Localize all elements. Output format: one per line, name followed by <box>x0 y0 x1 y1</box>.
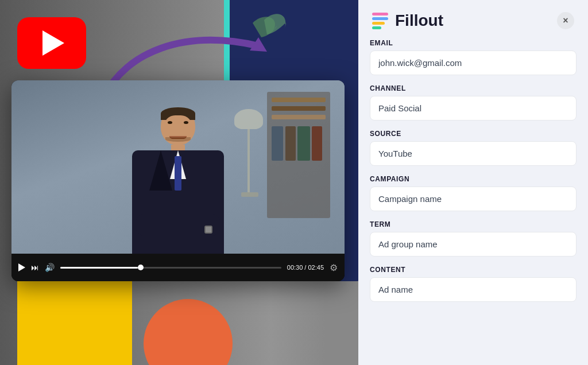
logo-line-pink <box>372 13 388 15</box>
right-panel: Fillout × EMAIL CHANNEL SOURCE CAMPAIGN … <box>358 0 588 365</box>
campaign-label: CAMPAIGN <box>370 175 577 183</box>
skip-button[interactable]: ⏭ <box>31 263 39 272</box>
youtube-logo <box>17 17 86 69</box>
form-header: Fillout × <box>358 0 588 39</box>
fillout-brand-name: Fillout <box>395 11 443 30</box>
campaign-field: CAMPAIGN <box>370 175 577 211</box>
email-label: EMAIL <box>370 39 577 47</box>
channel-input[interactable] <box>370 96 577 121</box>
source-label: SOURCE <box>370 130 577 138</box>
content-field: CONTENT <box>370 266 577 302</box>
close-button[interactable]: × <box>557 12 574 29</box>
fillout-logo-icon <box>372 13 388 29</box>
form-body: EMAIL CHANNEL SOURCE CAMPAIGN TERM CONTE… <box>358 39 588 313</box>
source-field: SOURCE <box>370 130 577 166</box>
video-content <box>11 80 345 254</box>
play-button[interactable] <box>18 263 25 271</box>
progress-fill <box>60 267 138 269</box>
campaign-input[interactable] <box>370 187 577 211</box>
logo-line-yellow <box>372 22 385 25</box>
channel-label: CHANNEL <box>370 84 577 92</box>
left-section: ⏭ 🔊 00:30 / 02:45 ⚙ <box>0 0 362 365</box>
channel-field: CHANNEL <box>370 84 577 121</box>
logo-line-green <box>372 26 381 29</box>
source-input[interactable] <box>370 141 577 166</box>
progress-dot <box>138 265 144 270</box>
progress-bar[interactable] <box>60 267 281 269</box>
bookshelf <box>267 92 330 218</box>
video-time: 00:30 / 02:45 <box>287 264 324 271</box>
email-input[interactable] <box>370 51 577 75</box>
youtube-play-icon <box>42 30 64 56</box>
email-field: EMAIL <box>370 39 577 75</box>
content-label: CONTENT <box>370 266 577 274</box>
logo-line-blue <box>372 17 388 20</box>
video-player[interactable]: ⏭ 🔊 00:30 / 02:45 ⚙ <box>11 80 345 281</box>
video-controls-bar[interactable]: ⏭ 🔊 00:30 / 02:45 ⚙ <box>11 254 345 281</box>
term-label: TERM <box>370 220 577 228</box>
volume-icon[interactable]: 🔊 <box>45 263 55 272</box>
term-input[interactable] <box>370 232 577 257</box>
settings-icon[interactable]: ⚙ <box>330 262 338 273</box>
person <box>132 107 224 254</box>
term-field: TERM <box>370 220 577 257</box>
fillout-brand: Fillout <box>372 11 443 30</box>
lamp <box>241 109 256 195</box>
content-input[interactable] <box>370 277 577 302</box>
